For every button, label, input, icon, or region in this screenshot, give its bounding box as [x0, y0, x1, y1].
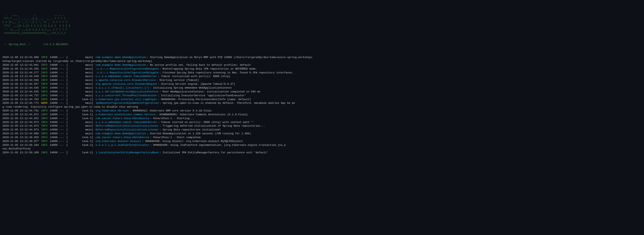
log-pid: 14806 --- [50, 101, 66, 105]
log-timestamp: 2020-11-05 13:12:44.549 [2, 75, 38, 78]
log-thread: [ main] [66, 63, 94, 67]
log-line: 2020-11-05 13:12:44.974 INFO 14806 --- [… [2, 128, 642, 132]
log-timestamp: 2020-11-05 13:12:44.557 [2, 82, 38, 86]
log-thread: [ main] [66, 82, 94, 86]
log-level: INFO [40, 82, 49, 86]
log-level: INFO [40, 140, 49, 144]
log-line: 2020-11-05 13:12:43.961 INFO 14806 --- [… [2, 63, 642, 67]
log-pid: 14806 --- [50, 67, 66, 71]
log-line: 2020-11-05 13:12:50.108 INFO 14806 --- [… [2, 151, 642, 155]
log-line: 2020-11-05 13:12:44.556 INFO 14806 --- [… [2, 78, 642, 82]
log-thread: [ task-1] [66, 144, 94, 147]
log-line: 2020-11-05 13:12:50.104 INFO 14806 --- [… [2, 144, 642, 147]
log-thread: [ main] [66, 132, 94, 136]
log-timestamp: 2020-11-05 13:12:44.973 [2, 120, 38, 124]
log-level: INFO [40, 109, 49, 113]
log-timestamp: 2020-11-05 13:12:49.959 [2, 136, 38, 140]
log-pid: 14806 --- [50, 151, 66, 155]
log-level: INFO [40, 151, 49, 155]
log-thread: [ main] [66, 128, 94, 132]
log-line: 2020-11-05 13:12:44.872 INFO 14806 --- [… [2, 113, 642, 117]
log-message: : Starting service [Tomcat] [156, 78, 199, 82]
log-thread: [ task-1] [66, 136, 94, 140]
log-line: 2020-11-05 13:12:44.973 INFO 14806 --- [… [2, 120, 642, 124]
log-thread: [ task-1] [66, 151, 94, 155]
log-thread: [ task-1] [66, 117, 94, 120]
log-logger: .s.d.r.c.RepositoryConfigurationDelegate [96, 71, 159, 75]
log-message: : Tomcat started on port(s): 8080 (http)… [158, 120, 254, 124]
log-logger: o.s.s.concurrent.ThreadPoolTaskExecutor [96, 94, 157, 98]
log-level: INFO [40, 144, 49, 147]
log-message: : Bootstrapping Spring Data JPA reposito… [160, 67, 257, 71]
log-pid: 14806 --- [50, 90, 66, 94]
log-thread: [ main] [66, 75, 94, 78]
terminal-window: . ____ _ __ _ _ /\\ / ___'_ __ _ _(_)_ _… [2, 2, 642, 158]
log-logger: com.zaxxer.hikari.HikariDataSource [96, 117, 149, 120]
log-message: : HikariPool-1 - Starting... [150, 117, 194, 120]
log-logger: o.hibernate.annotations.common.Version [96, 113, 156, 117]
log-pid: 14806 --- [50, 94, 66, 98]
log-logger: com.zaxxer.hikari.HikariDataSource [96, 136, 149, 140]
log-timestamp: 2020-11-05 13:12:44.763 [2, 98, 38, 102]
log-pid: 14806 --- [50, 82, 66, 86]
log-message: : HCANN000001: Hibernate Commons Annotat… [156, 113, 248, 117]
log-pid: 14806 --- [50, 120, 66, 124]
log-logger: o.s.b.w.embedded.tomcat.TomcatWebServer [96, 120, 157, 124]
log-message: : Finished Spring Data repository scanni… [160, 71, 294, 75]
log-line: 2020-11-05 13:12:44.549 INFO 14806 --- [… [2, 75, 642, 78]
log-thread: [ main] [66, 71, 94, 75]
log-thread: [ main] [66, 90, 94, 94]
log-timestamp: 2020-11-05 13:12:44.772 [2, 101, 38, 105]
log-timestamp: 2020-11-05 13:12:50.104 [2, 144, 38, 147]
log-line: g view rendering. Explicitly configure s… [2, 105, 642, 109]
log-level: INFO [40, 132, 49, 136]
log-level: INFO [40, 78, 49, 82]
log-thread: [ task-1] [66, 109, 94, 113]
log-message: : Root WebApplicationContext: initializa… [160, 90, 260, 94]
log-message: : Tomcat initialized with port(s): 8080 … [158, 75, 230, 78]
log-pid: 14806 --- [50, 117, 66, 120]
log-timestamp: 2020-11-05 13:12:44.635 [2, 90, 38, 94]
log-thread: [ main] [66, 67, 94, 71]
log-logger: com.example.demo.DemoApplication [96, 132, 146, 136]
log-line: kshop/target/classes started by rorypred… [2, 60, 642, 63]
log-message: : Initializing Spring embedded WebApplic… [150, 86, 232, 90]
log-thread: [ main] [66, 78, 94, 82]
log-timestamp: 2020-11-05 13:12:44.932 [2, 117, 38, 120]
log-pid: 14806 --- [50, 128, 66, 132]
log-logger: org.hibernate.Version [96, 109, 129, 113]
log-timestamp: 2020-11-05 13:12:44.265 [2, 67, 38, 71]
log-thread: [ task-1] [66, 140, 94, 144]
log-message: : HHH000204: Processing PersistenceUnitI… [158, 98, 251, 102]
log-pid: 14806 --- [50, 71, 66, 75]
log-timestamp: 2020-11-05 13:12:44.635 [2, 86, 38, 90]
log-pid: 14806 --- [50, 86, 66, 90]
log-message: : HHH000490: Using JtaPlatform implement… [150, 144, 286, 147]
log-pid: 14806 --- [50, 140, 66, 144]
log-thread: [ task-1] [66, 113, 94, 117]
log-level: INFO [40, 117, 49, 120]
log-logger: DeferredRepositoryInitializationListener [96, 128, 159, 132]
log-logger: org.apache.catalina.core.StandardEngine [96, 82, 157, 86]
log-message: : Initializing ExecutorService 'applicat… [158, 94, 246, 98]
log-level: INFO [40, 94, 49, 98]
log-thread: [ main] [66, 94, 94, 98]
log-level: INFO [40, 71, 49, 75]
log-logger: o.hibernate.jpa.internal.util.LogHelper [96, 98, 157, 102]
log-pid: 14806 --- [50, 124, 66, 128]
log-line: 2020-11-05 13:12:44.932 INFO 14806 --- [… [2, 117, 642, 120]
log-pid: 14806 --- [50, 136, 66, 140]
log-message: : spring.jpa.open-in-view is enabled by … [160, 101, 295, 105]
log-pid: 14806 --- [50, 109, 66, 113]
log-timestamp: 2020-11-05 13:12:44.791 [2, 109, 38, 113]
log-line: 2020-11-05 13:12:43.960 INFO 14806 --- [… [2, 56, 642, 60]
log-logger: w.s.c.ServletWebServerApplicationContext [96, 90, 159, 94]
spring-logo: . ____ _ __ _ _ /\\ / ___'_ __ _ _(_)_ _… [2, 9, 642, 35]
log-message: : No active profile set, falling back to… [147, 63, 251, 67]
log-line: 2020-11-05 13:12:44.557 INFO 14806 --- [… [2, 82, 642, 86]
log-level: WARN [40, 101, 49, 105]
log-thread: [ main] [66, 86, 94, 90]
log-timestamp: 2020-11-05 13:12:49.977 [2, 140, 38, 144]
log-pid: 14806 --- [50, 98, 66, 102]
log-timestamp: 2020-11-05 13:12:50.108 [2, 151, 38, 155]
